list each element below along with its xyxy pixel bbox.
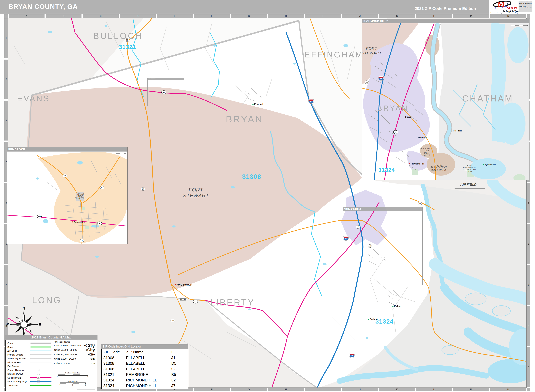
grid-corner bbox=[527, 14, 530, 18]
legend-sample-line bbox=[30, 343, 52, 344]
legend-item-sample bbox=[30, 365, 52, 367]
inset-scale-bar bbox=[112, 153, 126, 154]
legend-item: County Highways123 bbox=[6, 368, 54, 372]
city-size-label: Cities 50,000 - 99,999 bbox=[54, 349, 77, 351]
loc-cell: L2 bbox=[171, 378, 185, 383]
grid-col-label-bottom: K bbox=[379, 388, 415, 391]
scale-kilometers: Scale in Kilometers 024 bbox=[58, 372, 88, 378]
zip-name-cell: RICHMOND HILL bbox=[126, 383, 171, 388]
scale-title: Scale in Kilometers bbox=[58, 372, 88, 374]
legend-sample-line bbox=[30, 362, 52, 363]
grid-col-label-top: N bbox=[490, 14, 526, 18]
compass-w: W bbox=[6, 323, 9, 326]
legend-item: County bbox=[6, 341, 54, 345]
legend-item-sample: 123 bbox=[30, 380, 52, 383]
legend-item: ZIP Code bbox=[6, 349, 54, 353]
city-size-label: Cities 100,000 and Above bbox=[54, 344, 81, 347]
legend-fine-print bbox=[77, 389, 95, 390]
scale-tick: 0 bbox=[57, 376, 58, 377]
legend-sample-line bbox=[30, 358, 52, 359]
city-example-text: City bbox=[91, 358, 95, 360]
grid-col-label-top: E bbox=[157, 14, 193, 18]
scale-bar bbox=[58, 374, 88, 376]
inset-richmond-hills-title: RICHMOND HILLS bbox=[362, 19, 529, 23]
grid-col-label-top: F bbox=[194, 14, 230, 18]
legend-sample-line bbox=[30, 385, 52, 386]
legend-item-label: Exit Ramps bbox=[7, 365, 30, 367]
scale-tick: 4 bbox=[87, 376, 88, 377]
city-example: City bbox=[90, 358, 95, 360]
legend-sample-badge: 123 bbox=[37, 373, 40, 375]
legend-item-sample bbox=[30, 361, 52, 364]
grid-row-label-right: 6 bbox=[527, 224, 530, 264]
legend-item: State bbox=[6, 345, 54, 349]
inset-scale-bar bbox=[511, 25, 528, 26]
city-example: City bbox=[88, 353, 95, 356]
grid-col-label-top: I bbox=[305, 14, 341, 18]
legend-item-sample bbox=[30, 357, 52, 360]
grid-row-label-left: 3 bbox=[4, 101, 8, 140]
zip-table-row: 31308ELLABELLG3 bbox=[102, 366, 188, 372]
loc-cell: G3 bbox=[171, 367, 185, 371]
grid-col-label-top: H bbox=[268, 14, 304, 18]
zip-table-row: 31324RICHMOND HILLJ7 bbox=[102, 383, 188, 388]
zip-table-row: 31324RICHMOND HILLL2 bbox=[102, 377, 188, 383]
legend-item-sample: 123 bbox=[30, 377, 52, 379]
locator-title: PEMBROKE bbox=[148, 78, 184, 80]
zip-index-table: ZIP Code ZIP Name LOC 31308ELLABELLJ1313… bbox=[101, 349, 188, 389]
zip-code-cell: 31321 bbox=[102, 372, 126, 377]
legend-cities: Cities and Towns Cities 100,000 and Abov… bbox=[54, 341, 96, 366]
loc-cell: J7 bbox=[171, 383, 185, 388]
grid-col-label-top: M bbox=[453, 14, 489, 18]
city-example-text: City bbox=[87, 348, 95, 352]
legend-city-row: Cities 100,000 and AboveCity bbox=[54, 343, 96, 348]
legend-item-sample: 123 bbox=[30, 373, 52, 375]
col-zip-name: ZIP Name bbox=[126, 350, 171, 355]
legend-item-label: US Highways bbox=[7, 377, 30, 379]
legend-sample-line bbox=[30, 381, 52, 382]
legend-city-row: Cities 1 - 4,999City bbox=[54, 361, 96, 366]
grid-col-label-top: K bbox=[379, 14, 415, 18]
grid-col-label-top: G bbox=[231, 14, 267, 18]
grid-col-label-top: A bbox=[9, 14, 44, 18]
inset-richmond-hills: RICHMOND HILLS bbox=[362, 19, 529, 180]
legend-city-row: Cities 25,000 - 49,999City bbox=[54, 352, 96, 357]
legend-item: Exit Ramps bbox=[6, 364, 54, 368]
legend-sample-line bbox=[30, 350, 52, 351]
zip-code-cell: 31308 bbox=[102, 361, 126, 366]
city-example: City bbox=[91, 362, 95, 364]
grid-corner bbox=[527, 388, 530, 391]
zip-index-panel: ZIP Code Index/Grid Locator ZIP Code ZIP… bbox=[101, 344, 188, 389]
inset-pembroke-canvas bbox=[7, 152, 127, 244]
header-bar: BRYAN COUNTY, GA 2021 ZIP Code Premium E… bbox=[0, 0, 489, 14]
legend-item-label: State Highways bbox=[7, 373, 30, 375]
legend-panel: 2021 Bryan County, GA Map CountyStateZIP… bbox=[5, 340, 97, 391]
legend-city-row: Cities 5,000 - 24,999City bbox=[54, 357, 96, 361]
locator-rect-pembroke: PEMBROKE bbox=[147, 78, 184, 106]
locator-title: RICHMOND HILLS bbox=[343, 207, 422, 211]
zip-name-cell: PEMBROKE bbox=[126, 372, 171, 377]
city-dot-icon bbox=[91, 363, 91, 364]
inset-richmond-hills-canvas bbox=[362, 23, 529, 180]
legend-sample-line bbox=[30, 373, 52, 374]
scale-tick: 2 bbox=[72, 376, 73, 377]
grid-col-label-top: L bbox=[416, 14, 452, 18]
scale-title: Scale in Miles bbox=[60, 380, 85, 382]
contact-line: 1-888-434-MAPS (6277) bbox=[519, 3, 532, 5]
zip-code-cell: 31324 bbox=[102, 383, 126, 388]
marketmaps-logo: M arket MAPS On Target. On Time. America… bbox=[489, 0, 535, 14]
legend-item-label: County bbox=[7, 342, 30, 344]
grid-col-label-top: C bbox=[83, 14, 119, 18]
city-dot-icon bbox=[90, 359, 91, 359]
zip-name-cell: ELLABELL bbox=[126, 367, 171, 371]
grid-col-label-top: J bbox=[342, 14, 378, 18]
scale-tick: 0 bbox=[59, 384, 60, 386]
grid-row-label-right: 9 bbox=[527, 347, 530, 387]
legend-item: State Highways123 bbox=[6, 372, 54, 376]
page-title: BRYAN COUNTY, GA bbox=[8, 3, 78, 10]
zip-name-cell: RICHMOND HILL bbox=[126, 378, 171, 383]
grid-col-label-top: B bbox=[46, 14, 82, 18]
zip-name-cell: ELLABELL bbox=[126, 355, 171, 360]
legend-item-label: Minor Streets bbox=[7, 361, 30, 364]
grid-col-label-bottom: L bbox=[416, 388, 452, 391]
